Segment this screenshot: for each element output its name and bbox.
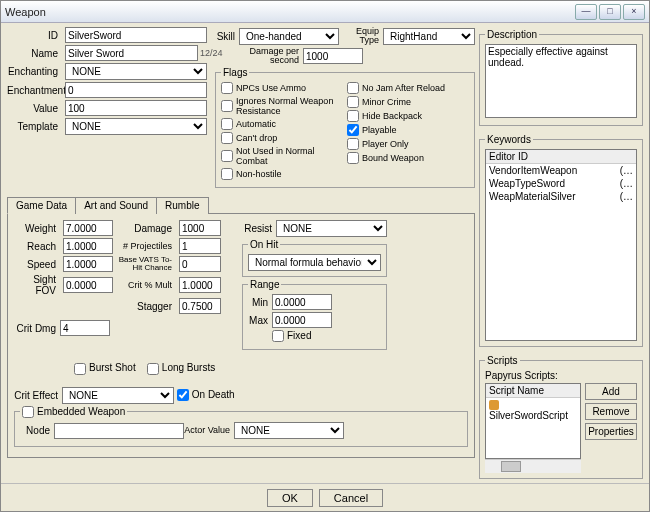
reach-field[interactable] bbox=[63, 238, 113, 254]
scripts-group: Scripts Papyrus Scripts: Script Name Sil… bbox=[479, 355, 643, 479]
close-button[interactable]: × bbox=[623, 4, 645, 20]
critmult-field[interactable] bbox=[179, 277, 221, 293]
burst-shot-check[interactable]: Burst Shot bbox=[74, 362, 136, 373]
tab-rumble[interactable]: Rumble bbox=[156, 197, 208, 214]
range-min-label: Min bbox=[248, 297, 272, 308]
stagger-field[interactable] bbox=[179, 298, 221, 314]
actorvalue-select[interactable]: NONE bbox=[234, 422, 344, 439]
scripts-header: Script Name bbox=[486, 384, 580, 398]
scripts-hscroll[interactable] bbox=[485, 459, 581, 473]
keywords-header: Editor ID bbox=[486, 150, 636, 164]
window-title: Weapon bbox=[5, 6, 575, 18]
embedded-toggle[interactable]: Embedded Weapon bbox=[22, 406, 125, 417]
vats-field[interactable] bbox=[179, 256, 221, 272]
keywords-list[interactable]: Editor ID VendorItemWeapon(…WeapTypeSwor… bbox=[485, 149, 637, 341]
id-field[interactable] bbox=[65, 27, 207, 43]
flag-bound-weapon[interactable]: Bound Weapon bbox=[347, 152, 469, 164]
flag-hide-backpack[interactable]: Hide Backpack bbox=[347, 110, 469, 122]
damage-field[interactable] bbox=[179, 220, 221, 236]
flags-legend: Flags bbox=[221, 67, 249, 78]
maximize-button[interactable]: □ bbox=[599, 4, 621, 20]
keywords-legend: Keywords bbox=[485, 134, 533, 145]
flag-minor-crime[interactable]: Minor Crime bbox=[347, 96, 469, 108]
flag-not-used-in-normal-combat[interactable]: Not Used in Normal Combat bbox=[221, 146, 343, 166]
keyword-row[interactable]: WeapMaterialSilver(… bbox=[486, 190, 636, 203]
keyword-row[interactable]: VendorItemWeapon(… bbox=[486, 164, 636, 177]
remove-script-button[interactable]: Remove bbox=[585, 403, 637, 420]
description-field[interactable] bbox=[485, 44, 637, 118]
name-field[interactable] bbox=[65, 45, 198, 61]
ondeath-check[interactable]: On Death bbox=[177, 389, 235, 401]
flag-playable[interactable]: Playable bbox=[347, 124, 469, 136]
node-field[interactable] bbox=[54, 423, 184, 439]
onhit-select[interactable]: Normal formula behavior bbox=[248, 254, 381, 271]
enchantment-field[interactable] bbox=[65, 82, 207, 98]
range-legend: Range bbox=[248, 279, 281, 290]
onhit-legend: On Hit bbox=[248, 239, 280, 250]
actorvalue-label: Actor Value bbox=[184, 426, 234, 435]
stagger-label: Stagger bbox=[116, 301, 176, 312]
skill-label: Skill bbox=[215, 31, 239, 42]
fov-label: Sight FOV bbox=[14, 274, 60, 296]
onhit-group: On Hit Normal formula behavior bbox=[242, 239, 387, 277]
cancel-button[interactable]: Cancel bbox=[319, 489, 383, 507]
flag-npcs-use-ammo[interactable]: NPCs Use Ammo bbox=[221, 82, 343, 94]
range-group: Range Min Max Fixed bbox=[242, 279, 387, 350]
flag-automatic[interactable]: Automatic bbox=[221, 118, 343, 130]
range-max-label: Max bbox=[248, 315, 272, 326]
resist-select[interactable]: NONE bbox=[276, 220, 387, 237]
flag-ignores-normal-weapon-resistance[interactable]: Ignores Normal Weapon Resistance bbox=[221, 96, 343, 116]
proj-field[interactable] bbox=[179, 238, 221, 254]
flag-player-only[interactable]: Player Only bbox=[347, 138, 469, 150]
dps-field[interactable] bbox=[303, 48, 363, 64]
enchanting-label: Enchanting bbox=[7, 66, 62, 77]
id-label: ID bbox=[7, 30, 62, 41]
script-icon bbox=[489, 400, 499, 410]
weight-label: Weight bbox=[14, 223, 60, 234]
speed-field[interactable] bbox=[63, 256, 113, 272]
value-field[interactable] bbox=[65, 100, 207, 116]
scripts-list[interactable]: Script Name SilverSwordScript bbox=[485, 383, 581, 459]
critdmg-field[interactable] bbox=[60, 320, 110, 336]
damage-label: Damage bbox=[116, 223, 176, 234]
scripts-sub: Papyrus Scripts: bbox=[485, 370, 637, 381]
flags-group: Flags NPCs Use AmmoIgnores Normal Weapon… bbox=[215, 67, 475, 188]
flag-no-jam-after-reload[interactable]: No Jam After Reload bbox=[347, 82, 469, 94]
minimize-button[interactable]: — bbox=[575, 4, 597, 20]
template-select[interactable]: NONE bbox=[65, 118, 207, 135]
equip-select[interactable]: RightHand bbox=[383, 28, 475, 45]
embedded-group: Embedded Weapon Node Actor Value NONE bbox=[14, 406, 468, 447]
bottom-bar: OK Cancel bbox=[1, 483, 649, 511]
description-legend: Description bbox=[485, 29, 539, 40]
speed-label: Speed bbox=[14, 259, 60, 270]
critdmg-label: Crit Dmg bbox=[14, 323, 60, 334]
range-fixed-check[interactable]: Fixed bbox=[272, 330, 311, 342]
criteffect-label: Crit Effect bbox=[14, 390, 62, 401]
titlebar[interactable]: Weapon — □ × bbox=[1, 1, 649, 23]
value-label: Value bbox=[7, 103, 62, 114]
flag-can-t-drop[interactable]: Can't drop bbox=[221, 132, 343, 144]
weapon-window: Weapon — □ × ID Name 12/24 Enchanting NO… bbox=[0, 0, 650, 512]
enchantment-label: Enchantment bbox=[7, 85, 62, 96]
keyword-row[interactable]: WeapTypeSword(… bbox=[486, 177, 636, 190]
tab-art-sound[interactable]: Art and Sound bbox=[75, 197, 157, 214]
name-label: Name bbox=[7, 48, 62, 59]
add-script-button[interactable]: Add bbox=[585, 383, 637, 400]
script-row[interactable]: SilverSwordScript bbox=[486, 398, 580, 422]
weight-field[interactable] bbox=[63, 220, 113, 236]
criteffect-select[interactable]: NONE bbox=[62, 387, 174, 404]
ok-button[interactable]: OK bbox=[267, 489, 313, 507]
skill-select[interactable]: One-handed bbox=[239, 28, 339, 45]
keywords-group: Keywords Editor ID VendorItemWeapon(…Wea… bbox=[479, 134, 643, 347]
tab-game-data[interactable]: Game Data bbox=[7, 197, 76, 214]
scripts-legend: Scripts bbox=[485, 355, 520, 366]
fov-field[interactable] bbox=[63, 277, 113, 293]
range-min-field[interactable] bbox=[272, 294, 332, 310]
tab-bar: Game Data Art and Sound Rumble bbox=[7, 196, 475, 214]
proj-label: # Projectiles bbox=[116, 241, 176, 251]
range-max-field[interactable] bbox=[272, 312, 332, 328]
enchanting-select[interactable]: NONE bbox=[65, 63, 207, 80]
flag-non-hostile[interactable]: Non-hostile bbox=[221, 168, 343, 180]
long-bursts-check[interactable]: Long Bursts bbox=[147, 362, 215, 373]
properties-button[interactable]: Properties bbox=[585, 423, 637, 440]
